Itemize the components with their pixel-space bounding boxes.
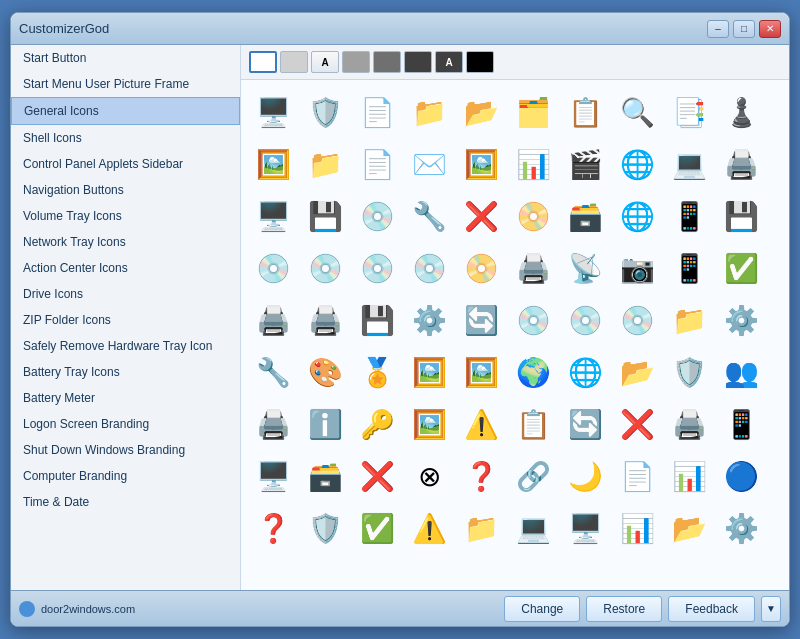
icon-ic1[interactable]: 🖥️ [249,88,297,136]
icon-ic65[interactable]: ⚠️ [457,400,505,448]
icon-ic8[interactable]: 🔍 [613,88,661,136]
icon-ic78[interactable]: 📄 [613,452,661,500]
icon-ic18[interactable]: 🌐 [613,140,661,188]
icon-ic50[interactable]: ⚙️ [717,296,765,344]
icon-ic53[interactable]: 🏅 [353,348,401,396]
sidebar-item-navigation-buttons[interactable]: Navigation Buttons [11,177,240,203]
icon-ic20[interactable]: 🖨️ [717,140,765,188]
icon-ic23[interactable]: 💿 [353,192,401,240]
icon-ic77[interactable]: 🌙 [561,452,609,500]
maximize-button[interactable]: □ [733,20,755,38]
icon-ic89[interactable]: 📂 [665,504,713,552]
icon-ic25[interactable]: ❌ [457,192,505,240]
toolbar-btn-medium-bg[interactable] [342,51,370,73]
sidebar-item-shell-icons[interactable]: Shell Icons [11,125,240,151]
icon-ic79[interactable]: 📊 [665,452,713,500]
icon-ic27[interactable]: 🗃️ [561,192,609,240]
icon-ic41[interactable]: 🖨️ [249,296,297,344]
toolbar-btn-light-bg[interactable] [280,51,308,73]
icon-ic19[interactable]: 💻 [665,140,713,188]
icon-ic52[interactable]: 🎨 [301,348,349,396]
icon-ic32[interactable]: 💿 [301,244,349,292]
icon-ic86[interactable]: 💻 [509,504,557,552]
icon-ic26[interactable]: 📀 [509,192,557,240]
sidebar-item-computer-branding[interactable]: Computer Branding [11,463,240,489]
icon-ic7[interactable]: 📋 [561,88,609,136]
icon-ic4[interactable]: 📁 [405,88,453,136]
icon-ic45[interactable]: 🔄 [457,296,505,344]
icon-ic54[interactable]: 🖼️ [405,348,453,396]
icon-ic81[interactable]: ❓ [249,504,297,552]
sidebar-item-control-panel[interactable]: Control Panel Applets Sidebar [11,151,240,177]
toolbar-btn-white-bg[interactable] [249,51,277,73]
icon-ic70[interactable]: 📱 [717,400,765,448]
icon-ic21[interactable]: 🖥️ [249,192,297,240]
toolbar-btn-text-a1[interactable]: A [311,51,339,73]
sidebar-item-time-date[interactable]: Time & Date [11,489,240,515]
icon-ic84[interactable]: ⚠️ [405,504,453,552]
icon-ic72[interactable]: 🗃️ [301,452,349,500]
icon-ic9[interactable]: 📑 [665,88,713,136]
icon-ic42[interactable]: 🖨️ [301,296,349,344]
icon-ic14[interactable]: ✉️ [405,140,453,188]
icon-ic13[interactable]: 📄 [353,140,401,188]
icon-ic33[interactable]: 💿 [353,244,401,292]
sidebar-item-drive-icons[interactable]: Drive Icons [11,281,240,307]
icon-ic46[interactable]: 💿 [509,296,557,344]
icon-ic80[interactable]: 🔵 [717,452,765,500]
sidebar-item-volume-tray[interactable]: Volume Tray Icons [11,203,240,229]
icon-ic64[interactable]: 🖼️ [405,400,453,448]
icon-ic74[interactable]: ⊗ [405,452,453,500]
sidebar-item-battery-tray[interactable]: Battery Tray Icons [11,359,240,385]
icon-ic37[interactable]: 📡 [561,244,609,292]
icon-ic47[interactable]: 💿 [561,296,609,344]
icon-ic82[interactable]: 🛡️ [301,504,349,552]
icon-ic40[interactable]: ✅ [717,244,765,292]
icon-ic76[interactable]: 🔗 [509,452,557,500]
icon-ic69[interactable]: 🖨️ [665,400,713,448]
icon-ic31[interactable]: 💿 [249,244,297,292]
icon-ic30[interactable]: 💾 [717,192,765,240]
icon-ic56[interactable]: 🌍 [509,348,557,396]
minimize-button[interactable]: – [707,20,729,38]
icon-ic75[interactable]: ❓ [457,452,505,500]
icon-ic49[interactable]: 📁 [665,296,713,344]
icon-ic88[interactable]: 📊 [613,504,661,552]
icon-ic28[interactable]: 🌐 [613,192,661,240]
icon-ic63[interactable]: 🔑 [353,400,401,448]
sidebar-item-logon-screen[interactable]: Logon Screen Branding [11,411,240,437]
icon-ic5[interactable]: 📂 [457,88,505,136]
icon-ic24[interactable]: 🔧 [405,192,453,240]
sidebar-item-network-tray[interactable]: Network Tray Icons [11,229,240,255]
icon-ic71[interactable]: 🖥️ [249,452,297,500]
icons-area[interactable]: 🖥️🛡️📄📁📂🗂️📋🔍📑♟️🖼️📁📄✉️🖼️📊🎬🌐💻🖨️🖥️💾💿🔧❌📀🗃️🌐📱💾… [241,80,789,590]
icon-ic34[interactable]: 💿 [405,244,453,292]
restore-button[interactable]: Restore [586,596,662,622]
sidebar-item-action-center[interactable]: Action Center Icons [11,255,240,281]
toolbar-btn-text-a2[interactable]: A [435,51,463,73]
icon-ic17[interactable]: 🎬 [561,140,609,188]
sidebar-item-zip-folder[interactable]: ZIP Folder Icons [11,307,240,333]
icon-ic12[interactable]: 📁 [301,140,349,188]
icon-ic87[interactable]: 🖥️ [561,504,609,552]
change-button[interactable]: Change [504,596,580,622]
icon-ic35[interactable]: 📀 [457,244,505,292]
icon-ic83[interactable]: ✅ [353,504,401,552]
icon-ic90[interactable]: ⚙️ [717,504,765,552]
icon-ic73[interactable]: ❌ [353,452,401,500]
sidebar-item-start-menu-user[interactable]: Start Menu User Picture Frame [11,71,240,97]
toolbar-btn-dark2-bg[interactable] [404,51,432,73]
toolbar-btn-dark1-bg[interactable] [373,51,401,73]
dropdown-button[interactable]: ▼ [761,596,781,622]
icon-ic6[interactable]: 🗂️ [509,88,557,136]
icon-ic51[interactable]: 🔧 [249,348,297,396]
icon-ic48[interactable]: 💿 [613,296,661,344]
icon-ic68[interactable]: ❌ [613,400,661,448]
sidebar-item-general-icons[interactable]: General Icons [11,97,240,125]
icon-ic57[interactable]: 🌐 [561,348,609,396]
icon-ic22[interactable]: 💾 [301,192,349,240]
icon-ic16[interactable]: 📊 [509,140,557,188]
sidebar-item-start-button[interactable]: Start Button [11,45,240,71]
close-button[interactable]: ✕ [759,20,781,38]
icon-ic38[interactable]: 📷 [613,244,661,292]
